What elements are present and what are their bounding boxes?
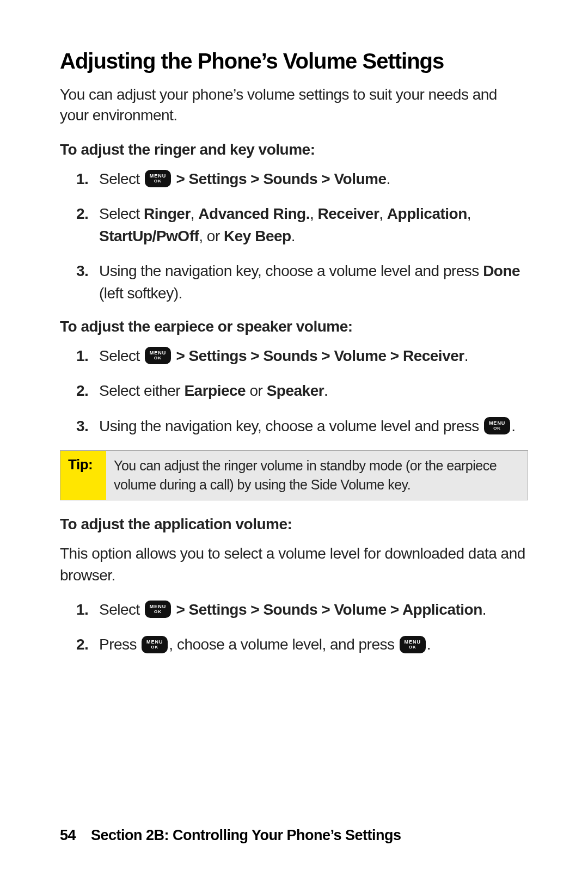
step-number: 2. xyxy=(76,634,96,656)
step-number: 1. xyxy=(76,599,96,621)
option: Speaker xyxy=(267,382,324,399)
option: Earpiece xyxy=(184,382,246,399)
menu-ok-key-icon: MENUOK xyxy=(145,601,171,618)
section-label: Section 2B: Controlling Your Phone’s Set… xyxy=(91,827,401,843)
menu-path: > Settings > Sounds > Volume > Applicati… xyxy=(172,601,482,618)
text: . xyxy=(387,170,390,187)
steps-ringer-key: 1. Select MENUOK > Settings > Sounds > V… xyxy=(60,168,528,305)
step-item: 2. Select Ringer, Advanced Ring., Receiv… xyxy=(60,203,528,247)
option: Receiver xyxy=(318,205,379,222)
subheading-ringer-key: To adjust the ringer and key volume: xyxy=(60,141,528,158)
text: Using the navigation key, choose a volum… xyxy=(99,418,483,434)
step-number: 3. xyxy=(76,415,96,438)
text: or xyxy=(246,382,266,399)
step-number: 2. xyxy=(76,203,96,225)
menu-path: > Settings > Sounds > Volume > Receiver xyxy=(172,347,464,364)
step-number: 1. xyxy=(76,168,96,191)
step-text: Press MENUOK, choose a volume level, and… xyxy=(99,634,431,656)
text: Select xyxy=(99,170,144,187)
text: , xyxy=(310,205,318,222)
step-text: Select Ringer, Advanced Ring., Receiver,… xyxy=(99,203,528,247)
menu-ok-key-icon: MENUOK xyxy=(484,417,510,434)
step-text: Select MENUOK > Settings > Sounds > Volu… xyxy=(99,345,468,367)
step-number: 3. xyxy=(76,260,96,283)
text: (left softkey). xyxy=(99,285,182,302)
step-item: 1. Select MENUOK > Settings > Sounds > V… xyxy=(60,345,528,367)
text: Select xyxy=(99,205,144,222)
steps-application-volume: 1. Select MENUOK > Settings > Sounds > V… xyxy=(60,599,528,656)
step-item: 2. Press MENUOK, choose a volume level, … xyxy=(60,634,528,656)
steps-earpiece-speaker: 1. Select MENUOK > Settings > Sounds > V… xyxy=(60,345,528,438)
menu-ok-key-icon: MENUOK xyxy=(142,636,168,653)
step-item: 2. Select either Earpiece or Speaker. xyxy=(60,380,528,402)
menu-ok-key-icon: MENUOK xyxy=(145,170,171,187)
subheading-earpiece-speaker: To adjust the earpiece or speaker volume… xyxy=(60,318,528,335)
step-item: 3. Using the navigation key, choose a vo… xyxy=(60,260,528,304)
option: Ringer xyxy=(144,205,191,222)
text: , xyxy=(467,205,471,222)
step-number: 1. xyxy=(76,345,96,367)
step-item: 1. Select MENUOK > Settings > Sounds > V… xyxy=(60,168,528,191)
text: Select xyxy=(99,347,144,364)
page-footer: 54Section 2B: Controlling Your Phone’s S… xyxy=(60,827,401,844)
text: , or xyxy=(199,228,224,244)
option: Application xyxy=(387,205,467,222)
step-text: Select either Earpiece or Speaker. xyxy=(99,380,328,402)
text: , xyxy=(191,205,199,222)
text: , xyxy=(379,205,387,222)
text: . xyxy=(482,601,486,618)
page-number: 54 xyxy=(60,827,76,844)
text: . xyxy=(291,228,295,244)
subheading-application-volume: To adjust the application volume: xyxy=(60,516,528,533)
tip-label: Tip: xyxy=(60,451,106,500)
text: Select xyxy=(99,601,144,618)
softkey-label: Done xyxy=(483,262,520,279)
text: , choose a volume level, and press xyxy=(169,636,398,653)
intro-paragraph: You can adjust your phone’s volume setti… xyxy=(60,84,528,126)
text: . xyxy=(427,636,431,653)
step-text: Select MENUOK > Settings > Sounds > Volu… xyxy=(99,168,390,191)
step-text: Using the navigation key, choose a volum… xyxy=(99,260,528,304)
text: Using the navigation key, choose a volum… xyxy=(99,262,483,279)
manual-page: Adjusting the Phone’s Volume Settings Yo… xyxy=(0,0,588,882)
text: . xyxy=(324,382,328,399)
text: Select either xyxy=(99,382,184,399)
step-text: Using the navigation key, choose a volum… xyxy=(99,415,515,438)
tip-callout: Tip: You can adjust the ringer volume in… xyxy=(60,450,528,500)
text: . xyxy=(511,418,515,434)
tip-text: You can adjust the ringer volume in stan… xyxy=(106,451,528,500)
step-item: 3. Using the navigation key, choose a vo… xyxy=(60,415,528,438)
page-title: Adjusting the Phone’s Volume Settings xyxy=(60,49,528,74)
step-number: 2. xyxy=(76,380,96,402)
body-paragraph: This option allows you to select a volum… xyxy=(60,543,528,585)
text: Press xyxy=(99,636,140,653)
menu-ok-key-icon: MENUOK xyxy=(400,636,426,653)
text: . xyxy=(464,347,468,364)
step-text: Select MENUOK > Settings > Sounds > Volu… xyxy=(99,599,486,621)
option: Key Beep xyxy=(224,228,291,244)
step-item: 1. Select MENUOK > Settings > Sounds > V… xyxy=(60,599,528,621)
menu-path: > Settings > Sounds > Volume xyxy=(172,170,386,187)
menu-ok-key-icon: MENUOK xyxy=(145,347,171,364)
option: Advanced Ring. xyxy=(198,205,310,222)
option: StartUp/PwOff xyxy=(99,228,199,244)
